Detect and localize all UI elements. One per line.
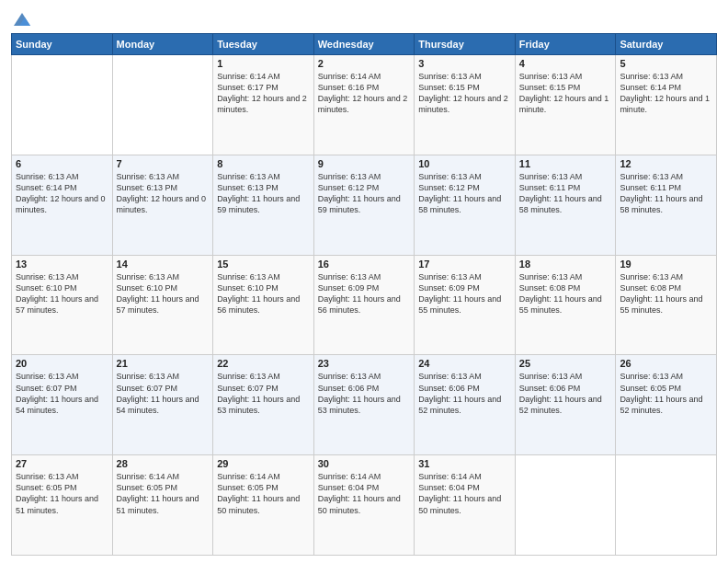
day-info: Sunrise: 6:13 AMSunset: 6:08 PMDaylight:… bbox=[620, 271, 712, 316]
day-number: 21 bbox=[117, 358, 210, 369]
calendar-cell: 25Sunrise: 6:13 AMSunset: 6:06 PMDayligh… bbox=[515, 355, 616, 455]
day-info: Sunrise: 6:13 AMSunset: 6:06 PMDaylight:… bbox=[519, 371, 612, 416]
calendar-cell bbox=[12, 55, 113, 155]
calendar-cell: 21Sunrise: 6:13 AMSunset: 6:07 PMDayligh… bbox=[112, 355, 213, 455]
calendar-cell: 9Sunrise: 6:13 AMSunset: 6:12 PMDaylight… bbox=[313, 155, 415, 255]
calendar-cell: 20Sunrise: 6:13 AMSunset: 6:07 PMDayligh… bbox=[12, 355, 113, 455]
calendar-cell: 4Sunrise: 6:13 AMSunset: 6:15 PMDaylight… bbox=[515, 55, 616, 155]
day-number: 11 bbox=[519, 158, 612, 169]
calendar-cell bbox=[616, 455, 717, 556]
day-info: Sunrise: 6:13 AMSunset: 6:15 PMDaylight:… bbox=[519, 71, 612, 116]
calendar-cell: 16Sunrise: 6:13 AMSunset: 6:09 PMDayligh… bbox=[313, 255, 415, 355]
day-number: 25 bbox=[519, 358, 612, 369]
day-info: Sunrise: 6:14 AMSunset: 6:16 PMDaylight:… bbox=[318, 71, 411, 116]
calendar-cell: 2Sunrise: 6:14 AMSunset: 6:16 PMDaylight… bbox=[313, 55, 415, 155]
day-number: 8 bbox=[217, 158, 310, 169]
day-number: 14 bbox=[117, 259, 210, 270]
calendar-cell bbox=[112, 55, 213, 155]
calendar-cell: 8Sunrise: 6:13 AMSunset: 6:13 PMDaylight… bbox=[213, 155, 314, 255]
day-number: 28 bbox=[117, 458, 210, 469]
calendar-week-row: 1Sunrise: 6:14 AMSunset: 6:17 PMDaylight… bbox=[12, 55, 717, 155]
day-number: 2 bbox=[318, 58, 411, 69]
calendar-week-row: 6Sunrise: 6:13 AMSunset: 6:14 PMDaylight… bbox=[12, 155, 717, 255]
calendar-cell: 15Sunrise: 6:13 AMSunset: 6:10 PMDayligh… bbox=[213, 255, 314, 355]
day-number: 10 bbox=[418, 158, 511, 169]
logo-icon bbox=[12, 9, 32, 29]
day-number: 31 bbox=[418, 458, 511, 469]
calendar-cell: 26Sunrise: 6:13 AMSunset: 6:05 PMDayligh… bbox=[616, 355, 717, 455]
calendar-cell: 23Sunrise: 6:13 AMSunset: 6:06 PMDayligh… bbox=[313, 355, 415, 455]
day-number: 5 bbox=[620, 58, 712, 69]
calendar-table: SundayMondayTuesdayWednesdayThursdayFrid… bbox=[11, 33, 717, 556]
day-number: 17 bbox=[418, 259, 511, 270]
day-of-week-header: Sunday bbox=[12, 34, 113, 55]
day-of-week-header: Tuesday bbox=[213, 34, 314, 55]
day-info: Sunrise: 6:13 AMSunset: 6:10 PMDaylight:… bbox=[217, 271, 310, 316]
day-number: 20 bbox=[16, 358, 108, 369]
day-info: Sunrise: 6:14 AMSunset: 6:04 PMDaylight:… bbox=[418, 471, 511, 516]
day-number: 3 bbox=[418, 58, 511, 69]
calendar-cell: 30Sunrise: 6:14 AMSunset: 6:04 PMDayligh… bbox=[313, 455, 415, 556]
day-info: Sunrise: 6:13 AMSunset: 6:05 PMDaylight:… bbox=[16, 471, 108, 516]
day-info: Sunrise: 6:13 AMSunset: 6:09 PMDaylight:… bbox=[418, 271, 511, 316]
day-number: 23 bbox=[318, 358, 411, 369]
day-info: Sunrise: 6:13 AMSunset: 6:07 PMDaylight:… bbox=[217, 371, 310, 416]
day-info: Sunrise: 6:13 AMSunset: 6:12 PMDaylight:… bbox=[418, 171, 511, 216]
calendar-cell bbox=[515, 455, 616, 556]
day-info: Sunrise: 6:13 AMSunset: 6:06 PMDaylight:… bbox=[318, 371, 411, 416]
day-info: Sunrise: 6:13 AMSunset: 6:08 PMDaylight:… bbox=[519, 271, 612, 316]
calendar-week-row: 13Sunrise: 6:13 AMSunset: 6:10 PMDayligh… bbox=[12, 255, 717, 355]
day-info: Sunrise: 6:14 AMSunset: 6:05 PMDaylight:… bbox=[217, 471, 310, 516]
calendar-cell: 10Sunrise: 6:13 AMSunset: 6:12 PMDayligh… bbox=[415, 155, 516, 255]
calendar-cell: 18Sunrise: 6:13 AMSunset: 6:08 PMDayligh… bbox=[515, 255, 616, 355]
day-number: 15 bbox=[217, 259, 310, 270]
day-info: Sunrise: 6:13 AMSunset: 6:14 PMDaylight:… bbox=[620, 71, 712, 116]
day-number: 7 bbox=[117, 158, 210, 169]
day-number: 12 bbox=[620, 158, 712, 169]
day-of-week-header: Wednesday bbox=[313, 34, 415, 55]
day-of-week-header: Monday bbox=[112, 34, 213, 55]
calendar-cell: 11Sunrise: 6:13 AMSunset: 6:11 PMDayligh… bbox=[515, 155, 616, 255]
calendar-cell: 1Sunrise: 6:14 AMSunset: 6:17 PMDaylight… bbox=[213, 55, 314, 155]
day-number: 22 bbox=[217, 358, 310, 369]
day-info: Sunrise: 6:13 AMSunset: 6:06 PMDaylight:… bbox=[418, 371, 511, 416]
day-number: 19 bbox=[620, 259, 712, 270]
calendar-cell: 17Sunrise: 6:13 AMSunset: 6:09 PMDayligh… bbox=[415, 255, 516, 355]
day-info: Sunrise: 6:13 AMSunset: 6:09 PMDaylight:… bbox=[318, 271, 411, 316]
calendar-week-row: 20Sunrise: 6:13 AMSunset: 6:07 PMDayligh… bbox=[12, 355, 717, 455]
header bbox=[11, 9, 717, 28]
day-number: 4 bbox=[519, 58, 612, 69]
day-number: 1 bbox=[217, 58, 310, 69]
day-number: 6 bbox=[16, 158, 108, 169]
day-number: 26 bbox=[620, 358, 712, 369]
day-number: 29 bbox=[217, 458, 310, 469]
calendar-cell: 12Sunrise: 6:13 AMSunset: 6:11 PMDayligh… bbox=[616, 155, 717, 255]
day-number: 24 bbox=[418, 358, 511, 369]
calendar-cell: 24Sunrise: 6:13 AMSunset: 6:06 PMDayligh… bbox=[415, 355, 516, 455]
calendar-cell: 7Sunrise: 6:13 AMSunset: 6:13 PMDaylight… bbox=[112, 155, 213, 255]
day-number: 13 bbox=[16, 259, 108, 270]
calendar-cell: 14Sunrise: 6:13 AMSunset: 6:10 PMDayligh… bbox=[112, 255, 213, 355]
day-info: Sunrise: 6:13 AMSunset: 6:07 PMDaylight:… bbox=[16, 371, 108, 416]
day-header-row: SundayMondayTuesdayWednesdayThursdayFrid… bbox=[12, 34, 717, 55]
day-info: Sunrise: 6:13 AMSunset: 6:10 PMDaylight:… bbox=[16, 271, 108, 316]
calendar-cell: 22Sunrise: 6:13 AMSunset: 6:07 PMDayligh… bbox=[213, 355, 314, 455]
day-info: Sunrise: 6:13 AMSunset: 6:10 PMDaylight:… bbox=[117, 271, 210, 316]
calendar-cell: 19Sunrise: 6:13 AMSunset: 6:08 PMDayligh… bbox=[616, 255, 717, 355]
calendar-cell: 3Sunrise: 6:13 AMSunset: 6:15 PMDaylight… bbox=[415, 55, 516, 155]
calendar-cell: 6Sunrise: 6:13 AMSunset: 6:14 PMDaylight… bbox=[12, 155, 113, 255]
day-of-week-header: Saturday bbox=[616, 34, 717, 55]
day-info: Sunrise: 6:14 AMSunset: 6:04 PMDaylight:… bbox=[318, 471, 411, 516]
calendar-cell: 27Sunrise: 6:13 AMSunset: 6:05 PMDayligh… bbox=[12, 455, 113, 556]
day-info: Sunrise: 6:14 AMSunset: 6:17 PMDaylight:… bbox=[217, 71, 310, 116]
day-of-week-header: Thursday bbox=[415, 34, 516, 55]
day-info: Sunrise: 6:13 AMSunset: 6:13 PMDaylight:… bbox=[117, 171, 210, 216]
logo bbox=[11, 9, 32, 28]
day-info: Sunrise: 6:13 AMSunset: 6:07 PMDaylight:… bbox=[117, 371, 210, 416]
day-number: 18 bbox=[519, 259, 612, 270]
day-info: Sunrise: 6:13 AMSunset: 6:12 PMDaylight:… bbox=[318, 171, 411, 216]
day-info: Sunrise: 6:13 AMSunset: 6:13 PMDaylight:… bbox=[217, 171, 310, 216]
page: SundayMondayTuesdayWednesdayThursdayFrid… bbox=[0, 0, 728, 563]
day-info: Sunrise: 6:13 AMSunset: 6:11 PMDaylight:… bbox=[519, 171, 612, 216]
calendar-cell: 31Sunrise: 6:14 AMSunset: 6:04 PMDayligh… bbox=[415, 455, 516, 556]
